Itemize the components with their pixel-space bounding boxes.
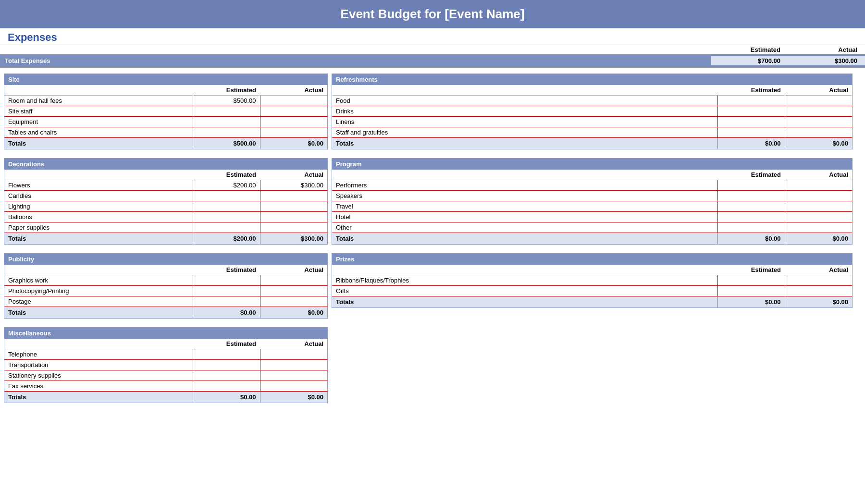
table-row: Equipment	[4, 117, 327, 127]
misc-col-label	[4, 339, 193, 349]
dec-total-estimated: $200.00	[193, 233, 260, 245]
pub-total-estimated: $0.00	[193, 307, 260, 319]
row-label: Balloons	[4, 212, 193, 222]
prog-col-actual: Actual	[785, 170, 852, 180]
row-actual	[260, 191, 327, 201]
row-estimated	[717, 117, 785, 127]
row-estimated	[717, 222, 785, 233]
table-row: Paper supplies	[4, 222, 327, 233]
site-header: Site	[4, 74, 327, 85]
table-row: Hotel	[332, 212, 852, 222]
row-estimated	[717, 191, 785, 201]
prog-total-actual: $0.00	[785, 233, 852, 245]
total-expenses-label: Total Expenses	[0, 57, 711, 64]
site-col-headers: Estimated Actual	[4, 85, 327, 96]
row-label: Ribbons/Plaques/Trophies	[332, 275, 717, 286]
main-header: Event Budget for [Event Name]	[0, 0, 865, 28]
row-actual	[260, 127, 327, 138]
row-label: Drinks	[332, 106, 717, 117]
refreshments-section: Refreshments Estimated Actual FoodDrinks…	[332, 74, 853, 149]
ref-col-estimated: Estimated	[717, 85, 785, 96]
row-label: Speakers	[332, 191, 717, 201]
dec-col-estimated: Estimated	[193, 170, 260, 180]
row-actual	[785, 275, 852, 286]
row-actual: $300.00	[260, 180, 327, 191]
row-actual	[785, 127, 852, 138]
prizes-section: Prizes Estimated Actual Ribbons/Plaques/…	[332, 253, 853, 308]
row-label: Hotel	[332, 212, 717, 222]
row-estimated: $500.00	[193, 96, 260, 106]
table-row: Travel	[332, 201, 852, 212]
table-row: Staff and gratuities	[332, 127, 852, 138]
table-row: Linens	[332, 117, 852, 127]
row-estimated	[193, 360, 260, 370]
row-estimated	[717, 96, 785, 106]
right-sections-wrapper: Refreshments Estimated Actual FoodDrinks…	[332, 74, 856, 317]
pri-col-estimated: Estimated	[717, 265, 785, 275]
table-row: Telephone	[4, 349, 327, 360]
row-actual	[785, 117, 852, 127]
prizes-table: Estimated Actual Ribbons/Plaques/Trophie…	[332, 265, 852, 307]
ref-total-estimated: $0.00	[717, 138, 785, 149]
row-estimated	[193, 127, 260, 138]
table-row: Drinks	[332, 106, 852, 117]
decorations-table: Estimated Actual Flowers$200.00$300.00Ca…	[4, 170, 327, 244]
row-label: Food	[332, 96, 717, 106]
pub-col-actual: Actual	[260, 265, 327, 275]
refreshments-table: Estimated Actual FoodDrinksLinensStaff a…	[332, 85, 852, 149]
refreshments-header: Refreshments	[332, 74, 852, 85]
publicity-col-headers: Estimated Actual	[4, 265, 327, 275]
prizes-col-headers: Estimated Actual	[332, 265, 852, 275]
table-row: Candles	[4, 191, 327, 201]
site-total-actual: $0.00	[260, 138, 327, 149]
table-row: Transportation	[4, 360, 327, 370]
table-row: Lighting	[4, 201, 327, 212]
table-row: Other	[332, 222, 852, 233]
row-label: Stationery supplies	[4, 370, 193, 381]
publicity-totals-row: Totals $0.00 $0.00	[4, 307, 327, 319]
pri-total-label: Totals	[332, 296, 717, 308]
site-total-estimated: $500.00	[193, 138, 260, 149]
row-estimated	[717, 127, 785, 138]
row-label: Fax services	[4, 381, 193, 392]
row-actual	[260, 370, 327, 381]
row-label: Tables and chairs	[4, 127, 193, 138]
row-estimated	[717, 106, 785, 117]
site-col-actual: Actual	[260, 85, 327, 96]
pri-total-actual: $0.00	[785, 296, 852, 308]
table-row: Balloons	[4, 212, 327, 222]
prog-col-label	[332, 170, 717, 180]
table-row: Food	[332, 96, 852, 106]
row-actual	[260, 96, 327, 106]
summary-bar: Estimated Actual Total Expenses $700.00 …	[0, 45, 865, 68]
content-area: Site Estimated Actual Room and hall fees…	[0, 71, 865, 412]
row-actual	[785, 286, 852, 296]
row-estimated	[193, 106, 260, 117]
right-column: Refreshments Estimated Actual FoodDrinks…	[332, 74, 860, 412]
row-actual	[785, 201, 852, 212]
row-actual	[785, 106, 852, 117]
row-actual	[260, 275, 327, 286]
site-col-label	[4, 85, 193, 96]
row-estimated	[193, 370, 260, 381]
left-column: Site Estimated Actual Room and hall fees…	[0, 74, 332, 412]
table-row: Speakers	[332, 191, 852, 201]
pub-total-label: Totals	[4, 307, 193, 319]
row-actual	[260, 117, 327, 127]
pub-total-actual: $0.00	[260, 307, 327, 319]
miscellaneous-table: Estimated Actual TelephoneTransportation…	[4, 339, 327, 403]
dec-total-label: Totals	[4, 233, 193, 245]
program-col-headers: Estimated Actual	[332, 170, 852, 180]
ref-total-label: Totals	[332, 138, 717, 149]
row-actual	[785, 96, 852, 106]
total-expenses-estimated: $700.00	[711, 56, 788, 65]
row-actual	[260, 201, 327, 212]
row-label: Staff and gratuities	[332, 127, 717, 138]
misc-total-label: Totals	[4, 392, 193, 403]
row-label: Other	[332, 222, 717, 233]
pub-col-estimated: Estimated	[193, 265, 260, 275]
row-label: Transportation	[4, 360, 193, 370]
table-row: Flowers$200.00$300.00	[4, 180, 327, 191]
row-actual	[260, 222, 327, 233]
table-row: Ribbons/Plaques/Trophies	[332, 275, 852, 286]
